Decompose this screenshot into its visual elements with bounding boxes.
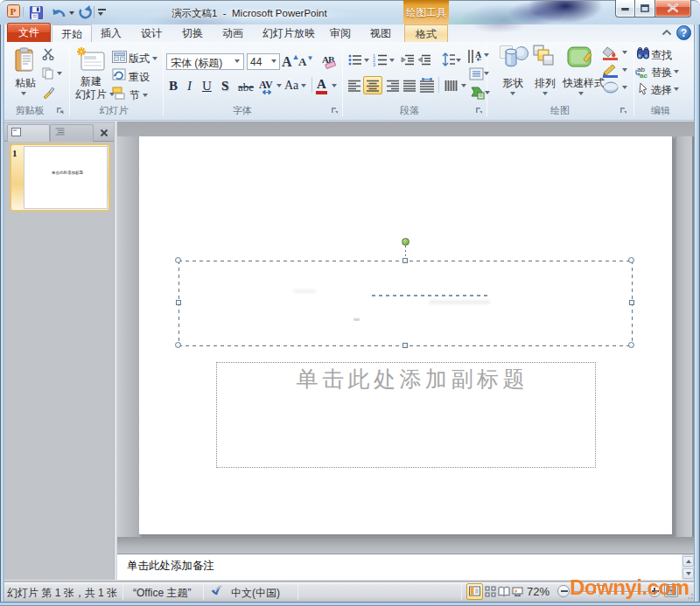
svg-text:3: 3: [373, 62, 375, 66]
svg-text:ac: ac: [640, 72, 648, 79]
svg-text:P: P: [10, 6, 17, 17]
